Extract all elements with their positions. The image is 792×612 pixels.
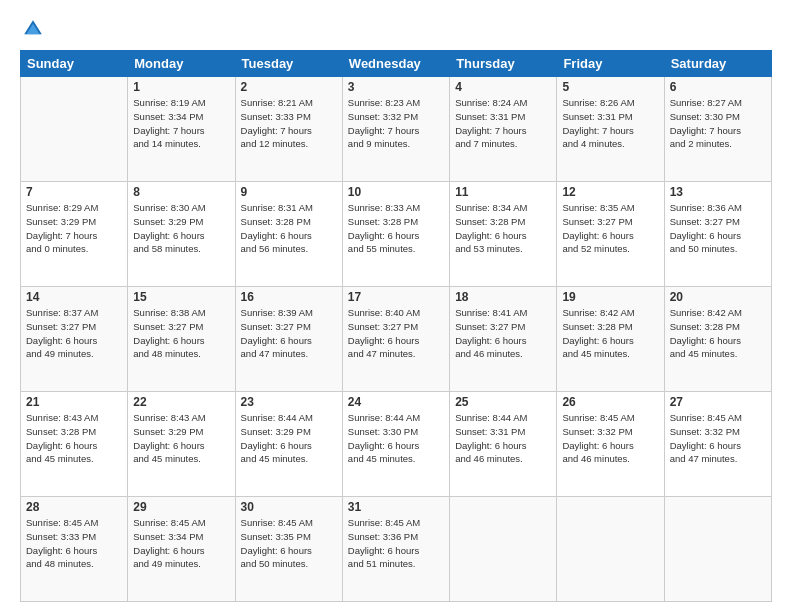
day-number: 20 (670, 290, 766, 304)
day-info: Sunrise: 8:33 AMSunset: 3:28 PMDaylight:… (348, 201, 444, 256)
day-info: Sunrise: 8:23 AMSunset: 3:32 PMDaylight:… (348, 96, 444, 151)
calendar-cell: 19Sunrise: 8:42 AMSunset: 3:28 PMDayligh… (557, 287, 664, 392)
day-info: Sunrise: 8:35 AMSunset: 3:27 PMDaylight:… (562, 201, 658, 256)
calendar-cell: 26Sunrise: 8:45 AMSunset: 3:32 PMDayligh… (557, 392, 664, 497)
day-number: 9 (241, 185, 337, 199)
day-number: 8 (133, 185, 229, 199)
calendar-cell: 4Sunrise: 8:24 AMSunset: 3:31 PMDaylight… (450, 77, 557, 182)
day-number: 18 (455, 290, 551, 304)
calendar-cell: 11Sunrise: 8:34 AMSunset: 3:28 PMDayligh… (450, 182, 557, 287)
calendar-cell: 25Sunrise: 8:44 AMSunset: 3:31 PMDayligh… (450, 392, 557, 497)
day-info: Sunrise: 8:45 AMSunset: 3:34 PMDaylight:… (133, 516, 229, 571)
day-info: Sunrise: 8:45 AMSunset: 3:36 PMDaylight:… (348, 516, 444, 571)
week-row-2: 14Sunrise: 8:37 AMSunset: 3:27 PMDayligh… (21, 287, 772, 392)
day-info: Sunrise: 8:36 AMSunset: 3:27 PMDaylight:… (670, 201, 766, 256)
day-number: 5 (562, 80, 658, 94)
day-info: Sunrise: 8:45 AMSunset: 3:35 PMDaylight:… (241, 516, 337, 571)
header-monday: Monday (128, 51, 235, 77)
week-row-3: 21Sunrise: 8:43 AMSunset: 3:28 PMDayligh… (21, 392, 772, 497)
calendar-cell: 5Sunrise: 8:26 AMSunset: 3:31 PMDaylight… (557, 77, 664, 182)
calendar-cell (557, 497, 664, 602)
day-number: 16 (241, 290, 337, 304)
calendar-cell: 24Sunrise: 8:44 AMSunset: 3:30 PMDayligh… (342, 392, 449, 497)
calendar-cell: 31Sunrise: 8:45 AMSunset: 3:36 PMDayligh… (342, 497, 449, 602)
day-info: Sunrise: 8:34 AMSunset: 3:28 PMDaylight:… (455, 201, 551, 256)
header-wednesday: Wednesday (342, 51, 449, 77)
logo-icon (22, 18, 44, 40)
day-info: Sunrise: 8:44 AMSunset: 3:29 PMDaylight:… (241, 411, 337, 466)
calendar-cell: 12Sunrise: 8:35 AMSunset: 3:27 PMDayligh… (557, 182, 664, 287)
day-number: 27 (670, 395, 766, 409)
header (20, 18, 772, 44)
calendar-cell (450, 497, 557, 602)
day-info: Sunrise: 8:44 AMSunset: 3:30 PMDaylight:… (348, 411, 444, 466)
calendar-cell: 27Sunrise: 8:45 AMSunset: 3:32 PMDayligh… (664, 392, 771, 497)
calendar-cell: 17Sunrise: 8:40 AMSunset: 3:27 PMDayligh… (342, 287, 449, 392)
day-number: 26 (562, 395, 658, 409)
calendar-body: 1Sunrise: 8:19 AMSunset: 3:34 PMDaylight… (21, 77, 772, 602)
day-info: Sunrise: 8:26 AMSunset: 3:31 PMDaylight:… (562, 96, 658, 151)
day-info: Sunrise: 8:42 AMSunset: 3:28 PMDaylight:… (670, 306, 766, 361)
calendar-cell: 16Sunrise: 8:39 AMSunset: 3:27 PMDayligh… (235, 287, 342, 392)
day-number: 4 (455, 80, 551, 94)
day-number: 25 (455, 395, 551, 409)
day-info: Sunrise: 8:45 AMSunset: 3:33 PMDaylight:… (26, 516, 122, 571)
header-tuesday: Tuesday (235, 51, 342, 77)
week-row-4: 28Sunrise: 8:45 AMSunset: 3:33 PMDayligh… (21, 497, 772, 602)
day-info: Sunrise: 8:40 AMSunset: 3:27 PMDaylight:… (348, 306, 444, 361)
header-friday: Friday (557, 51, 664, 77)
day-info: Sunrise: 8:29 AMSunset: 3:29 PMDaylight:… (26, 201, 122, 256)
calendar-table: SundayMondayTuesdayWednesdayThursdayFrid… (20, 50, 772, 602)
day-number: 30 (241, 500, 337, 514)
header-sunday: Sunday (21, 51, 128, 77)
day-info: Sunrise: 8:38 AMSunset: 3:27 PMDaylight:… (133, 306, 229, 361)
day-number: 31 (348, 500, 444, 514)
calendar-cell: 20Sunrise: 8:42 AMSunset: 3:28 PMDayligh… (664, 287, 771, 392)
day-info: Sunrise: 8:39 AMSunset: 3:27 PMDaylight:… (241, 306, 337, 361)
calendar-cell: 21Sunrise: 8:43 AMSunset: 3:28 PMDayligh… (21, 392, 128, 497)
day-number: 19 (562, 290, 658, 304)
day-info: Sunrise: 8:19 AMSunset: 3:34 PMDaylight:… (133, 96, 229, 151)
day-number: 15 (133, 290, 229, 304)
calendar-cell: 28Sunrise: 8:45 AMSunset: 3:33 PMDayligh… (21, 497, 128, 602)
calendar-cell: 14Sunrise: 8:37 AMSunset: 3:27 PMDayligh… (21, 287, 128, 392)
page: SundayMondayTuesdayWednesdayThursdayFrid… (0, 0, 792, 612)
day-info: Sunrise: 8:42 AMSunset: 3:28 PMDaylight:… (562, 306, 658, 361)
day-number: 1 (133, 80, 229, 94)
day-number: 14 (26, 290, 122, 304)
day-info: Sunrise: 8:27 AMSunset: 3:30 PMDaylight:… (670, 96, 766, 151)
day-number: 7 (26, 185, 122, 199)
calendar-header: SundayMondayTuesdayWednesdayThursdayFrid… (21, 51, 772, 77)
calendar-cell: 22Sunrise: 8:43 AMSunset: 3:29 PMDayligh… (128, 392, 235, 497)
calendar-cell: 8Sunrise: 8:30 AMSunset: 3:29 PMDaylight… (128, 182, 235, 287)
calendar-cell (21, 77, 128, 182)
day-number: 22 (133, 395, 229, 409)
day-info: Sunrise: 8:45 AMSunset: 3:32 PMDaylight:… (670, 411, 766, 466)
day-info: Sunrise: 8:31 AMSunset: 3:28 PMDaylight:… (241, 201, 337, 256)
day-number: 10 (348, 185, 444, 199)
day-info: Sunrise: 8:45 AMSunset: 3:32 PMDaylight:… (562, 411, 658, 466)
calendar-cell: 6Sunrise: 8:27 AMSunset: 3:30 PMDaylight… (664, 77, 771, 182)
calendar-cell: 7Sunrise: 8:29 AMSunset: 3:29 PMDaylight… (21, 182, 128, 287)
calendar-cell: 15Sunrise: 8:38 AMSunset: 3:27 PMDayligh… (128, 287, 235, 392)
day-info: Sunrise: 8:44 AMSunset: 3:31 PMDaylight:… (455, 411, 551, 466)
day-number: 28 (26, 500, 122, 514)
calendar-cell: 18Sunrise: 8:41 AMSunset: 3:27 PMDayligh… (450, 287, 557, 392)
day-info: Sunrise: 8:41 AMSunset: 3:27 PMDaylight:… (455, 306, 551, 361)
day-number: 24 (348, 395, 444, 409)
calendar-cell: 29Sunrise: 8:45 AMSunset: 3:34 PMDayligh… (128, 497, 235, 602)
day-number: 2 (241, 80, 337, 94)
day-number: 23 (241, 395, 337, 409)
day-number: 29 (133, 500, 229, 514)
calendar-cell: 13Sunrise: 8:36 AMSunset: 3:27 PMDayligh… (664, 182, 771, 287)
day-number: 13 (670, 185, 766, 199)
calendar-cell: 3Sunrise: 8:23 AMSunset: 3:32 PMDaylight… (342, 77, 449, 182)
day-number: 12 (562, 185, 658, 199)
header-saturday: Saturday (664, 51, 771, 77)
calendar-cell: 30Sunrise: 8:45 AMSunset: 3:35 PMDayligh… (235, 497, 342, 602)
day-info: Sunrise: 8:30 AMSunset: 3:29 PMDaylight:… (133, 201, 229, 256)
day-number: 6 (670, 80, 766, 94)
week-row-0: 1Sunrise: 8:19 AMSunset: 3:34 PMDaylight… (21, 77, 772, 182)
day-number: 17 (348, 290, 444, 304)
calendar-cell: 2Sunrise: 8:21 AMSunset: 3:33 PMDaylight… (235, 77, 342, 182)
